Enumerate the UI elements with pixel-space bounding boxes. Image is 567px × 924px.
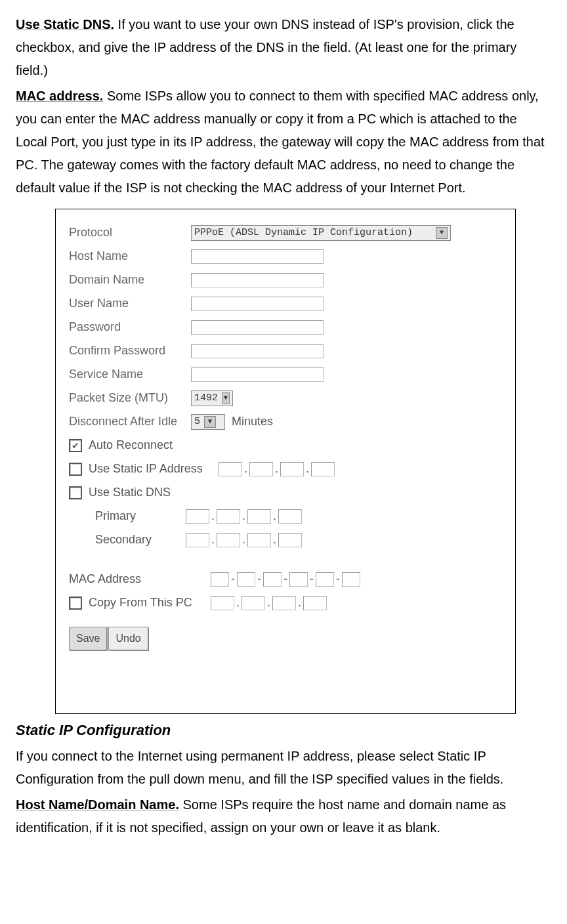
- static-ip-octet-3[interactable]: [280, 462, 304, 476]
- static-dns-checkbox[interactable]: [69, 486, 82, 499]
- label-hostname-bold: Host Name/Domain Name.: [16, 797, 179, 812]
- label-minutes: Minutes: [232, 411, 273, 432]
- label-mac-address: MAC Address: [69, 569, 211, 590]
- password-input[interactable]: [191, 320, 324, 335]
- secondary-dns-3[interactable]: [247, 533, 271, 547]
- copy-pc-ip-4[interactable]: [303, 596, 327, 610]
- label-domainname: Domain Name: [69, 270, 191, 291]
- copy-pc-checkbox[interactable]: [69, 597, 82, 610]
- row-confirm: Confirm Password: [69, 339, 509, 363]
- row-mtu: Packet Size (MTU) 1492 ▼: [69, 387, 509, 410]
- row-copy-pc: Copy From This PC . . .: [69, 591, 509, 615]
- row-password: Password: [69, 316, 509, 339]
- label-username: User Name: [69, 293, 191, 314]
- primary-dns-4[interactable]: [278, 509, 302, 524]
- idle-select[interactable]: 5 ▼: [191, 414, 225, 430]
- primary-dns-2[interactable]: [217, 509, 240, 524]
- label-hostname: Host Name: [69, 246, 191, 267]
- mac-6[interactable]: [342, 572, 360, 587]
- row-mac-address: MAC Address - - - - -: [69, 568, 509, 591]
- secondary-dns-1[interactable]: [186, 533, 209, 547]
- copy-pc-ip-3[interactable]: [272, 596, 296, 610]
- row-username: User Name: [69, 292, 509, 316]
- row-idle: Disconnect After Idle 5 ▼ Minutes: [69, 410, 509, 434]
- row-static-dns: Use Static DNS: [69, 481, 509, 505]
- primary-dns-1[interactable]: [186, 509, 209, 524]
- text-mac: Some ISPs allow you to connect to them w…: [16, 89, 545, 195]
- mac-2[interactable]: [237, 572, 255, 587]
- idle-value: 5: [194, 413, 200, 430]
- label-confirm: Confirm Password: [69, 341, 191, 362]
- paragraph-mac-address: MAC address. Some ISPs allow you to conn…: [16, 85, 551, 200]
- label-service: Service Name: [69, 364, 191, 385]
- config-form-screenshot: Protocol PPPoE (ADSL Dynamic IP Configur…: [55, 209, 516, 714]
- paragraph-static-ip: If you connect to the Internet using per…: [16, 745, 551, 791]
- row-buttons: Save Undo: [69, 627, 509, 650]
- label-static-dns-bold: Use Static DNS.: [16, 17, 114, 32]
- label-password: Password: [69, 317, 191, 338]
- mac-1[interactable]: [211, 572, 229, 587]
- row-static-ip: Use Static IP Address . . .: [69, 457, 509, 481]
- username-input[interactable]: [191, 297, 324, 311]
- mtu-select[interactable]: 1492 ▼: [191, 390, 233, 406]
- secondary-dns-2[interactable]: [217, 533, 240, 547]
- mac-5[interactable]: [316, 572, 334, 587]
- paragraph-hostname: Host Name/Domain Name. Some ISPs require…: [16, 793, 551, 839]
- mac-3[interactable]: [263, 572, 282, 587]
- static-ip-octet-1[interactable]: [219, 462, 242, 476]
- static-ip-checkbox[interactable]: [69, 463, 82, 476]
- label-auto-reconnect: Auto Reconnect: [89, 435, 173, 456]
- label-protocol: Protocol: [69, 222, 191, 243]
- label-idle: Disconnect After Idle: [69, 411, 191, 432]
- primary-dns-3[interactable]: [247, 509, 271, 524]
- mac-4[interactable]: [289, 572, 308, 587]
- label-static-dns: Use Static DNS: [89, 482, 171, 503]
- label-mac-bold: MAC address.: [16, 89, 103, 103]
- label-static-ip: Use Static IP Address: [89, 459, 219, 480]
- row-primary-dns: Primary . . .: [95, 505, 509, 528]
- undo-button[interactable]: Undo: [108, 627, 148, 650]
- label-mtu: Packet Size (MTU): [69, 388, 191, 409]
- label-secondary: Secondary: [95, 530, 186, 551]
- row-protocol: Protocol PPPoE (ADSL Dynamic IP Configur…: [69, 221, 509, 245]
- label-copy-pc: Copy From This PC: [89, 593, 211, 614]
- row-hostname: Host Name: [69, 245, 509, 268]
- secondary-dns-4[interactable]: [278, 533, 302, 547]
- paragraph-static-dns: Use Static DNS. If you want to use your …: [16, 13, 551, 82]
- hostname-input[interactable]: [191, 249, 324, 264]
- row-service: Service Name: [69, 363, 509, 387]
- chevron-down-icon: ▼: [436, 227, 448, 239]
- row-secondary-dns: Secondary . . .: [95, 528, 509, 552]
- mtu-value: 1492: [194, 390, 218, 407]
- service-input[interactable]: [191, 368, 324, 382]
- protocol-value: PPPoE (ADSL Dynamic IP Configuration): [194, 224, 413, 242]
- confirm-input[interactable]: [191, 344, 324, 358]
- auto-reconnect-checkbox[interactable]: ✔: [69, 439, 82, 452]
- static-ip-octet-4[interactable]: [311, 462, 335, 476]
- label-primary: Primary: [95, 506, 186, 527]
- static-ip-octet-2[interactable]: [249, 462, 273, 476]
- domainname-input[interactable]: [191, 273, 324, 287]
- protocol-select[interactable]: PPPoE (ADSL Dynamic IP Configuration) ▼: [191, 225, 451, 241]
- heading-static-ip: Static IP Configuration: [16, 718, 551, 744]
- chevron-down-icon: ▼: [222, 392, 230, 404]
- copy-pc-ip-2[interactable]: [242, 596, 265, 610]
- chevron-down-icon: ▼: [204, 416, 216, 428]
- row-auto-reconnect: ✔ Auto Reconnect: [69, 434, 509, 457]
- save-button[interactable]: Save: [69, 627, 107, 650]
- row-domainname: Domain Name: [69, 268, 509, 292]
- copy-pc-ip-1[interactable]: [211, 596, 234, 610]
